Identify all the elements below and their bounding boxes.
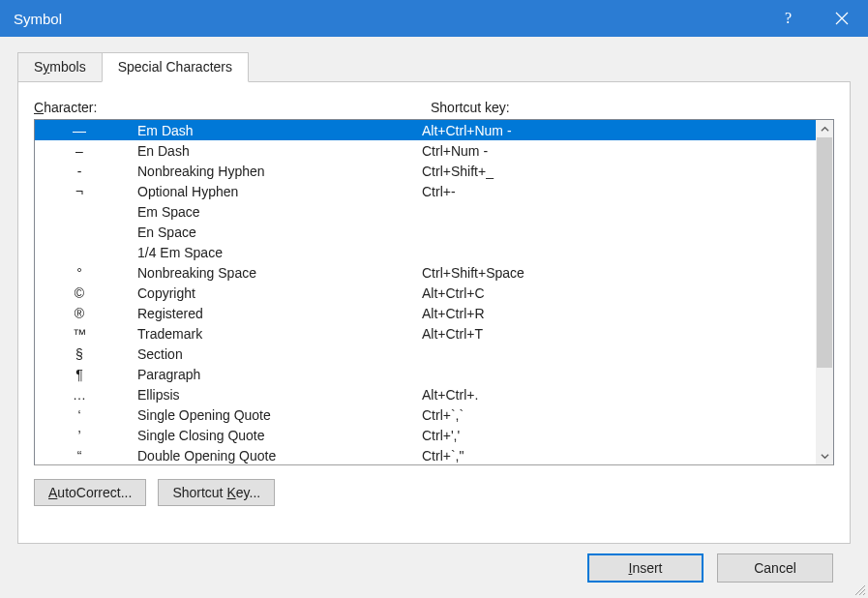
- list-item[interactable]: ®RegisteredAlt+Ctrl+R: [35, 303, 816, 323]
- list-item[interactable]: ™TrademarkAlt+Ctrl+T: [35, 323, 816, 344]
- svg-line-2: [863, 593, 865, 595]
- column-header-shortcut: Shortcut key:: [431, 100, 834, 115]
- list-item[interactable]: Em Space: [35, 201, 816, 222]
- symbol-glyph: –: [35, 143, 124, 159]
- symbol-shortcut: Ctrl+`,`: [422, 407, 816, 423]
- tab-symbols[interactable]: Symbols: [17, 52, 103, 82]
- symbol-shortcut: Ctrl+Shift+Space: [422, 265, 816, 281]
- symbol-glyph: …: [35, 387, 124, 403]
- titlebar: Symbol ?: [0, 0, 868, 37]
- symbol-name: Single Opening Quote: [124, 407, 422, 423]
- scrollbar-track[interactable]: [816, 137, 833, 447]
- symbol-shortcut: Alt+Ctrl+.: [422, 387, 816, 403]
- symbol-name: Optional Hyphen: [124, 184, 422, 199]
- symbol-shortcut: Ctrl+Num -: [422, 143, 816, 159]
- symbol-glyph: ’: [35, 428, 124, 443]
- symbol-shortcut: Alt+Ctrl+C: [422, 285, 816, 301]
- symbol-glyph: ©: [35, 285, 124, 301]
- list-item[interactable]: °Nonbreaking SpaceCtrl+Shift+Space: [35, 262, 816, 283]
- listbox-rows: —Em DashAlt+Ctrl+Num -–En DashCtrl+Num -…: [35, 120, 816, 464]
- symbol-glyph: §: [35, 346, 124, 362]
- list-item[interactable]: ‘Single Opening QuoteCtrl+`,`: [35, 404, 816, 425]
- shortcut-key-button[interactable]: Shortcut Key...: [158, 479, 275, 506]
- symbol-shortcut: Ctrl+',': [422, 428, 816, 443]
- symbol-glyph: ¶: [35, 367, 124, 382]
- list-item[interactable]: En Space: [35, 222, 816, 242]
- list-item[interactable]: 1/4 Em Space: [35, 242, 816, 262]
- symbol-glyph: ‘: [35, 407, 124, 423]
- list-item[interactable]: -Nonbreaking HyphenCtrl+Shift+_: [35, 161, 816, 181]
- symbol-name: Double Opening Quote: [124, 448, 422, 463]
- list-item[interactable]: ¬Optional HyphenCtrl+-: [35, 181, 816, 201]
- cancel-button[interactable]: Cancel: [717, 553, 833, 583]
- symbol-name: 1/4 Em Space: [124, 245, 422, 260]
- symbol-name: Registered: [124, 306, 422, 321]
- column-header-character: Character:: [34, 100, 431, 115]
- tab-panel-special-characters: Character: Shortcut key: —Em DashAlt+Ctr…: [17, 81, 851, 544]
- list-item[interactable]: —Em DashAlt+Ctrl+Num -: [35, 120, 816, 140]
- symbol-glyph: —: [35, 123, 124, 138]
- symbol-glyph: -: [35, 164, 124, 179]
- symbol-shortcut: Ctrl+Shift+_: [422, 164, 816, 179]
- symbol-name: Section: [124, 346, 422, 362]
- dialog-title: Symbol: [14, 11, 62, 27]
- symbol-shortcut: Alt+Ctrl+T: [422, 326, 816, 342]
- symbol-name: En Dash: [124, 143, 422, 159]
- titlebar-controls: ?: [762, 0, 868, 37]
- symbol-name: Nonbreaking Hyphen: [124, 164, 422, 179]
- chevron-down-icon: [821, 452, 829, 461]
- scrollbar-thumb[interactable]: [817, 137, 832, 368]
- list-item[interactable]: ©CopyrightAlt+Ctrl+C: [35, 283, 816, 303]
- resize-grip-icon: [853, 583, 866, 596]
- list-item[interactable]: ¶Paragraph: [35, 364, 816, 384]
- special-characters-listbox[interactable]: —Em DashAlt+Ctrl+Num -–En DashCtrl+Num -…: [34, 119, 834, 465]
- scroll-up-button[interactable]: [816, 120, 833, 137]
- help-button[interactable]: ?: [762, 0, 815, 37]
- symbol-glyph: ®: [35, 306, 124, 321]
- symbol-shortcut: Ctrl+`,": [422, 448, 816, 463]
- list-item[interactable]: §Section: [35, 344, 816, 364]
- symbol-glyph: ¬: [35, 184, 124, 199]
- symbol-name: Em Space: [124, 204, 422, 220]
- dialog-content: SymbolsSpecial Characters Character: Sho…: [0, 37, 868, 598]
- resize-grip[interactable]: [853, 583, 866, 596]
- list-item[interactable]: …EllipsisAlt+Ctrl+.: [35, 384, 816, 404]
- symbol-name: Nonbreaking Space: [124, 265, 422, 281]
- close-icon: [835, 12, 849, 25]
- insert-button[interactable]: Insert: [587, 553, 703, 583]
- symbol-name: Ellipsis: [124, 387, 422, 403]
- list-item[interactable]: –En DashCtrl+Num -: [35, 140, 816, 161]
- autocorrect-button[interactable]: AutoCorrect...: [34, 479, 146, 506]
- symbol-name: Trademark: [124, 326, 422, 342]
- symbol-glyph: ™: [35, 326, 124, 342]
- symbol-shortcut: Ctrl+-: [422, 184, 816, 199]
- symbol-name: En Space: [124, 224, 422, 240]
- symbol-name: Single Closing Quote: [124, 428, 422, 443]
- dialog-footer: Insert Cancel: [17, 544, 851, 583]
- symbol-name: Copyright: [124, 285, 422, 301]
- column-headers: Character: Shortcut key:: [34, 100, 834, 115]
- symbol-glyph: “: [35, 448, 124, 463]
- close-button[interactable]: [815, 0, 868, 37]
- chevron-up-icon: [821, 125, 829, 134]
- scroll-down-button[interactable]: [816, 447, 833, 464]
- symbol-name: Paragraph: [124, 367, 422, 382]
- symbol-name: Em Dash: [124, 123, 422, 138]
- tab-special-characters[interactable]: Special Characters: [102, 52, 249, 82]
- panel-buttons: AutoCorrect... Shortcut Key...: [34, 479, 834, 506]
- list-item[interactable]: “Double Opening QuoteCtrl+`,": [35, 445, 816, 464]
- symbol-glyph: °: [35, 265, 124, 281]
- tab-strip: SymbolsSpecial Characters: [17, 52, 851, 81]
- symbol-shortcut: Alt+Ctrl+Num -: [422, 123, 816, 138]
- scrollbar-vertical[interactable]: [816, 120, 833, 464]
- symbol-shortcut: Alt+Ctrl+R: [422, 306, 816, 321]
- list-item[interactable]: ’Single Closing QuoteCtrl+',': [35, 425, 816, 445]
